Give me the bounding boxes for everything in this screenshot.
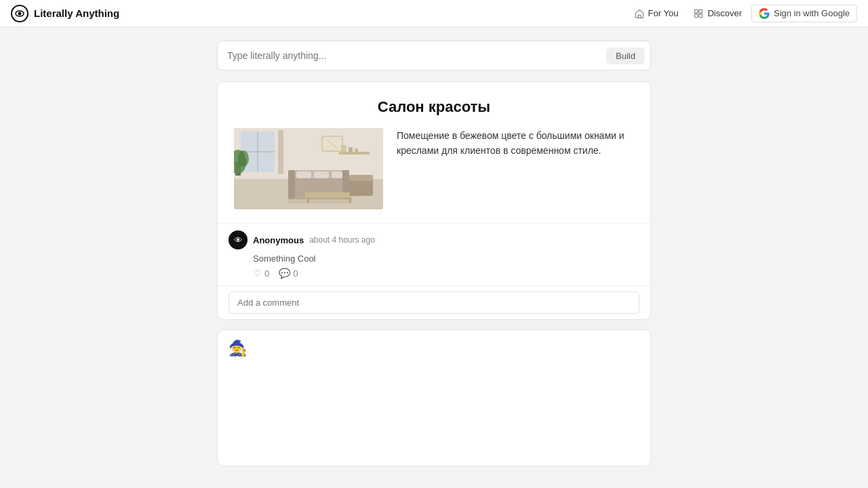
comment-input[interactable] bbox=[229, 291, 639, 314]
card-body: Салон красоты bbox=[218, 82, 650, 223]
svg-rect-31 bbox=[341, 145, 347, 152]
discover-link[interactable]: Discover bbox=[688, 5, 747, 22]
svg-rect-33 bbox=[355, 148, 358, 152]
user-time: about 4 hours ago bbox=[309, 235, 375, 245]
svg-rect-21 bbox=[314, 171, 329, 178]
user-name: Anonymous bbox=[253, 235, 304, 245]
comment-button[interactable]: 💬 0 bbox=[279, 268, 298, 279]
card-user-row: 👁 Anonymous about 4 hours ago bbox=[229, 230, 639, 249]
svg-rect-34 bbox=[288, 198, 349, 203]
comment-icon: 💬 bbox=[279, 268, 290, 279]
app-logo-icon bbox=[11, 5, 28, 22]
card-action-label: Something Cool bbox=[229, 253, 639, 264]
svg-rect-22 bbox=[332, 171, 342, 178]
navbar-right: For You Discover Sign in with Google bbox=[629, 5, 857, 22]
card-salon: Салон красоты bbox=[217, 81, 651, 320]
svg-rect-28 bbox=[322, 136, 342, 151]
svg-rect-25 bbox=[349, 198, 351, 203]
sign-in-label: Sign in with Google bbox=[774, 8, 850, 18]
card-emoji-body: 🧙 bbox=[218, 330, 650, 466]
svg-rect-20 bbox=[296, 171, 311, 178]
card-footer: 👁 Anonymous about 4 hours ago Something … bbox=[218, 223, 650, 285]
for-you-label: For You bbox=[648, 8, 679, 18]
room-illustration bbox=[234, 128, 383, 209]
svg-rect-4 bbox=[699, 9, 703, 13]
google-icon bbox=[759, 8, 770, 19]
card-image bbox=[234, 128, 383, 209]
svg-rect-3 bbox=[695, 9, 698, 13]
discover-label: Discover bbox=[707, 8, 742, 18]
svg-rect-23 bbox=[305, 192, 353, 198]
card-content: Помещение в бежевом цвете с большими окн… bbox=[234, 128, 634, 209]
heart-icon: ♡ bbox=[253, 268, 262, 279]
app-title: Literally Anything bbox=[34, 7, 119, 19]
search-input[interactable] bbox=[227, 50, 606, 61]
like-button[interactable]: ♡ 0 bbox=[253, 268, 269, 279]
home-icon bbox=[634, 8, 645, 19]
card-emoji: 🧙 bbox=[217, 329, 651, 466]
svg-rect-12 bbox=[278, 130, 283, 174]
svg-rect-32 bbox=[349, 147, 353, 152]
svg-rect-5 bbox=[695, 14, 698, 17]
like-count: 0 bbox=[264, 268, 269, 279]
svg-point-2 bbox=[18, 12, 22, 15]
user-avatar: 👁 bbox=[229, 230, 248, 249]
svg-rect-30 bbox=[339, 152, 370, 155]
svg-rect-6 bbox=[699, 14, 703, 17]
build-button[interactable]: Build bbox=[606, 47, 645, 64]
navbar-left: Literally Anything bbox=[11, 5, 119, 22]
card-description: Помещение в бежевом цвете с большими окн… bbox=[397, 128, 634, 159]
comment-box bbox=[218, 285, 650, 319]
card-title: Салон красоты bbox=[234, 98, 634, 116]
grid-icon bbox=[693, 8, 704, 19]
search-bar: Build bbox=[217, 41, 651, 70]
card-actions: ♡ 0 💬 0 bbox=[229, 268, 639, 279]
comment-count: 0 bbox=[293, 268, 298, 279]
card-emoji-icon: 🧙 bbox=[229, 340, 247, 357]
svg-point-15 bbox=[238, 150, 249, 167]
main-content: Build Салон красоты bbox=[217, 27, 651, 488]
svg-rect-27 bbox=[349, 175, 373, 181]
sign-in-google-button[interactable]: Sign in with Google bbox=[751, 5, 857, 22]
for-you-link[interactable]: For You bbox=[629, 5, 684, 22]
svg-rect-18 bbox=[288, 170, 295, 199]
navbar: Literally Anything For You Discover bbox=[0, 0, 868, 27]
avatar-eye-icon: 👁 bbox=[234, 235, 243, 245]
